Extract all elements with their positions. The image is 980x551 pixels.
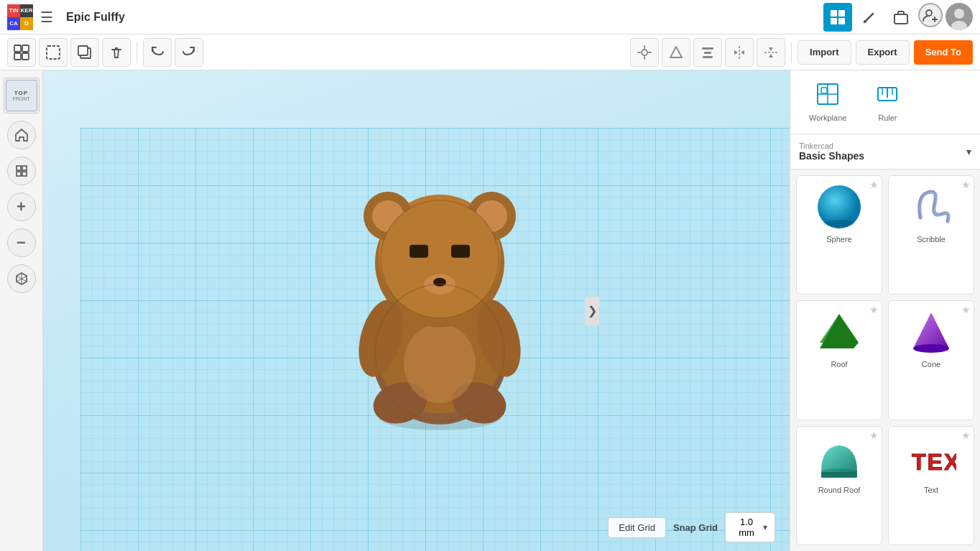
svg-rect-17 <box>47 46 60 59</box>
right-panel: Workplane Ruler Tinkercad Basic Shapes ▾… <box>790 70 980 551</box>
svg-marker-32 <box>769 47 773 51</box>
svg-rect-65 <box>821 88 827 93</box>
logo: TIN KER CA D <box>7 4 33 30</box>
svg-rect-34 <box>17 166 21 170</box>
briefcase-icon[interactable] <box>887 3 915 32</box>
svg-marker-33 <box>769 54 773 57</box>
roof-label: Roof <box>831 360 847 369</box>
roof-shape[interactable]: ★ Roof <box>796 300 882 420</box>
round-roof-label: Round Roof <box>818 486 861 494</box>
view-cube[interactable]: TOP FRONT <box>4 78 40 114</box>
sphere-shape[interactable]: ★ Sphere <box>796 175 882 295</box>
workplane-tab[interactable]: Workplane <box>802 78 854 126</box>
send-to-button[interactable]: Send To <box>914 40 973 65</box>
zoom-in-tool[interactable]: + <box>7 193 36 221</box>
svg-rect-15 <box>14 53 21 60</box>
scribble-icon <box>906 182 956 232</box>
svg-rect-36 <box>17 172 21 176</box>
cone-label: Cone <box>922 360 940 369</box>
viewport[interactable]: Edit Grid Snap Grid 1.0 mm ▾ ❯ <box>43 70 790 551</box>
svg-rect-6 <box>895 14 907 24</box>
svg-point-57 <box>433 277 446 286</box>
import-export-group: Import Export Send To <box>798 40 973 65</box>
shapes-selector[interactable]: Tinkercad Basic Shapes ▾ <box>790 134 980 170</box>
snap-grid-arrow[interactable]: ▾ <box>763 522 767 532</box>
zoom-out-tool[interactable]: − <box>7 228 36 257</box>
bear-model[interactable] <box>325 151 555 441</box>
svg-rect-25 <box>702 47 713 50</box>
svg-marker-29 <box>734 50 738 55</box>
top-nav-icons <box>823 3 973 32</box>
duplicate-button[interactable] <box>70 38 99 67</box>
project-title[interactable]: Epic Fulffy <box>66 11 816 24</box>
left-sidebar: TOP FRONT + − <box>0 70 43 551</box>
flip-icon[interactable] <box>757 38 785 67</box>
svg-marker-75 <box>913 312 949 348</box>
align-icon[interactable] <box>693 38 722 67</box>
ruler-tab-label: Ruler <box>878 114 897 122</box>
3d-view-tool[interactable] <box>7 264 36 293</box>
text-label: Text <box>924 486 938 494</box>
svg-rect-1 <box>838 10 845 17</box>
panel-header: Workplane Ruler <box>790 70 980 134</box>
logo-cad1: CA <box>7 17 20 30</box>
svg-rect-2 <box>831 18 837 24</box>
delete-button[interactable] <box>102 38 131 67</box>
shapes-category: Tinkercad <box>799 142 864 150</box>
ruler-tab[interactable]: Ruler <box>868 78 907 126</box>
edit-grid-button[interactable]: Edit Grid <box>608 517 666 538</box>
svg-rect-35 <box>22 166 27 170</box>
shapes-dropdown-arrow[interactable]: ▾ <box>966 146 971 157</box>
pickaxe-icon[interactable] <box>855 3 884 32</box>
home-tool[interactable] <box>7 121 36 149</box>
round-roof-icon <box>814 432 864 483</box>
sphere-label: Sphere <box>826 235 851 244</box>
group-button[interactable] <box>7 38 36 67</box>
shape-icon[interactable] <box>662 38 690 67</box>
svg-point-11 <box>954 9 964 19</box>
export-button[interactable]: Export <box>856 40 910 65</box>
scribble-shape[interactable]: ★ Scribble <box>888 175 974 295</box>
svg-rect-54 <box>410 244 428 257</box>
cone-favorite[interactable]: ★ <box>961 304 971 315</box>
logo-cad2: D <box>20 17 33 30</box>
redo-button[interactable] <box>175 38 203 67</box>
toolbar-separator <box>137 42 137 63</box>
ungroup-button[interactable] <box>39 38 68 67</box>
mirror-icon[interactable] <box>725 38 754 67</box>
undo-button[interactable] <box>143 38 172 67</box>
grid-view-icon[interactable] <box>823 3 852 32</box>
add-user-button[interactable] <box>918 3 943 27</box>
logo-tin: TIN <box>7 4 20 17</box>
fit-tool[interactable] <box>7 157 36 185</box>
panel-collapse-button[interactable]: ❯ <box>585 297 599 325</box>
svg-marker-73 <box>820 314 859 348</box>
logo-ker: KER <box>20 4 33 17</box>
main-content: TOP FRONT + − <box>0 70 980 551</box>
round-roof-favorite[interactable]: ★ <box>869 430 879 441</box>
workplane-tab-label: Workplane <box>809 114 846 122</box>
sphere-favorite[interactable]: ★ <box>869 179 879 190</box>
round-roof-shape[interactable]: ★ Round Roof <box>796 426 882 545</box>
scribble-favorite[interactable]: ★ <box>961 179 971 190</box>
svg-rect-55 <box>451 244 470 257</box>
svg-rect-0 <box>831 10 837 17</box>
import-button[interactable]: Import <box>798 40 851 65</box>
svg-rect-37 <box>22 172 27 176</box>
workplane-icon <box>815 82 840 111</box>
toolbar-separator-2 <box>791 42 792 63</box>
svg-rect-16 <box>22 53 29 60</box>
snap-grid-input[interactable]: 1.0 mm ▾ <box>725 512 775 542</box>
roof-favorite[interactable]: ★ <box>869 304 879 315</box>
svg-marker-30 <box>741 50 744 55</box>
svg-point-78 <box>821 468 857 476</box>
user-avatar[interactable] <box>946 3 973 30</box>
menu-icon[interactable]: ☰ <box>40 9 53 26</box>
svg-rect-13 <box>14 45 21 52</box>
cone-shape[interactable]: ★ Cone <box>888 300 974 420</box>
light-icon[interactable] <box>630 38 659 67</box>
svg-rect-27 <box>703 56 713 58</box>
text-shape[interactable]: ★ TEXT TEXT Text <box>888 426 974 545</box>
text-favorite[interactable]: ★ <box>961 430 971 441</box>
shapes-grid: ★ Sphere <box>790 170 980 551</box>
